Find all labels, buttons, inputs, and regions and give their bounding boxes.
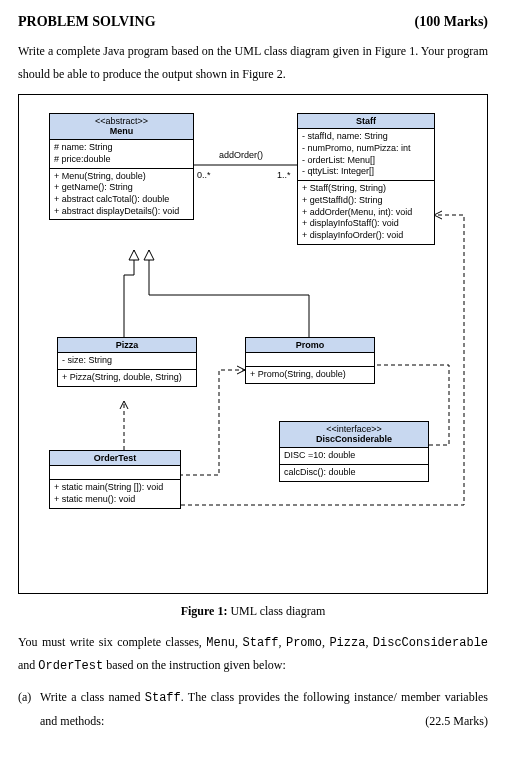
- ordertest-op: + static main(String []): void: [54, 482, 176, 494]
- staff-attrs: - staffId, name: String - numPromo, numP…: [298, 129, 434, 181]
- pizza-op: + Pizza(String, double, String): [62, 372, 192, 384]
- code-staff: Staff: [243, 636, 279, 650]
- uml-class-pizza: Pizza - size: String + Pizza(String, dou…: [57, 337, 197, 387]
- pizza-attrs: - size: String: [58, 353, 196, 370]
- disc-attr: DISC =10: double: [284, 450, 424, 462]
- staff-ops: + Staff(String, String) + getStaffId(): …: [298, 181, 434, 243]
- menu-op: + abstract displayDetails(): void: [54, 206, 189, 218]
- menu-ops: + Menu(String, double) + getName(): Stri…: [50, 169, 193, 220]
- staff-attr: - numPromo, numPizza: int: [302, 143, 430, 155]
- staff-attr: - staffId, name: String: [302, 131, 430, 143]
- uml-class-menu: <<abstract>> Menu # name: String # price…: [49, 113, 194, 221]
- mult-right: 1..*: [277, 170, 291, 180]
- code-disc: DiscConsiderable: [373, 636, 488, 650]
- uml-class-ordertest: OrderTest + static main(String []): void…: [49, 450, 181, 509]
- disc-op: calcDisc(): double: [284, 467, 424, 479]
- page-title: PROBLEM SOLVING: [18, 14, 156, 30]
- caption-bold: Figure 1:: [181, 604, 228, 618]
- ordertest-op: + static menu(): void: [54, 494, 176, 506]
- figure-caption: Figure 1: UML class diagram: [18, 604, 488, 619]
- item-a-marks: (22.5 Marks): [425, 710, 488, 733]
- promo-ops: + Promo(String, double): [246, 367, 374, 383]
- menu-op: + getName(): String: [54, 182, 189, 194]
- staff-op: + displayInfoOrder(): void: [302, 230, 430, 242]
- outro-paragraph: You must write six complete classes, Men…: [18, 631, 488, 679]
- menu-op: + Menu(String, double): [54, 171, 189, 183]
- outro-text: based on the instruction given below:: [103, 658, 286, 672]
- code-promo: Promo: [286, 636, 322, 650]
- pizza-ops: + Pizza(String, double, String): [58, 370, 196, 386]
- staff-op: + addOrder(Menu, int): void: [302, 207, 430, 219]
- ordertest-attrs: [50, 466, 180, 480]
- assoc-label: addOrder(): [219, 150, 263, 160]
- intro-paragraph: Write a complete Java program based on t…: [18, 40, 488, 86]
- header: PROBLEM SOLVING (100 Marks): [18, 14, 488, 30]
- promo-attrs: [246, 353, 374, 367]
- disc-attrs: DISC =10: double: [280, 448, 428, 465]
- item-a-body: Write a class named Staff. The class pro…: [40, 686, 488, 733]
- caption-text: UML class diagram: [227, 604, 325, 618]
- item-a-label: (a): [18, 686, 40, 733]
- total-marks: (100 Marks): [415, 14, 489, 30]
- staff-attr: - qttyList: Integer[]: [302, 166, 430, 178]
- outro-text: ,: [235, 635, 242, 649]
- ordertest-ops: + static main(String []): void + static …: [50, 480, 180, 507]
- pizza-attr: - size: String: [62, 355, 192, 367]
- staff-op: + getStaffId(): String: [302, 195, 430, 207]
- disc-name: DiscConsiderable: [284, 434, 424, 445]
- menu-op: + abstract calcTotal(): double: [54, 194, 189, 206]
- item-a-text: Write a class named: [40, 690, 145, 704]
- uml-class-staff: Staff - staffId, name: String - numPromo…: [297, 113, 435, 245]
- menu-attr: # price:double: [54, 154, 189, 166]
- mult-left: 0..*: [197, 170, 211, 180]
- outro-text: ,: [365, 635, 372, 649]
- staff-attr: - orderList: Menu[]: [302, 155, 430, 167]
- staff-op: + displayInfoStaff(): void: [302, 218, 430, 230]
- uml-class-promo: Promo + Promo(String, double): [245, 337, 375, 384]
- outro-text: You must write six complete classes,: [18, 635, 206, 649]
- promo-op: + Promo(String, double): [250, 369, 370, 381]
- code-menu: Menu: [206, 636, 235, 650]
- staff-op: + Staff(String, String): [302, 183, 430, 195]
- staff-name: Staff: [302, 116, 430, 127]
- outro-text: ,: [279, 635, 286, 649]
- ordertest-name: OrderTest: [54, 453, 176, 464]
- code-ordertest: OrderTest: [38, 659, 103, 673]
- menu-name: Menu: [54, 126, 189, 137]
- promo-name: Promo: [250, 340, 370, 351]
- menu-attr: # name: String: [54, 142, 189, 154]
- uml-diagram: <<abstract>> Menu # name: String # price…: [18, 94, 488, 594]
- disc-stereotype: <<interface>>: [284, 424, 424, 435]
- code-pizza: Pizza: [329, 636, 365, 650]
- menu-attrs: # name: String # price:double: [50, 140, 193, 168]
- outro-text: and: [18, 658, 38, 672]
- pizza-name: Pizza: [62, 340, 192, 351]
- disc-ops: calcDisc(): double: [280, 465, 428, 481]
- item-a: (a) Write a class named Staff. The class…: [18, 686, 488, 733]
- menu-stereotype: <<abstract>>: [54, 116, 189, 127]
- item-a-code: Staff: [145, 691, 181, 705]
- uml-class-disc: <<interface>> DiscConsiderable DISC =10:…: [279, 421, 429, 482]
